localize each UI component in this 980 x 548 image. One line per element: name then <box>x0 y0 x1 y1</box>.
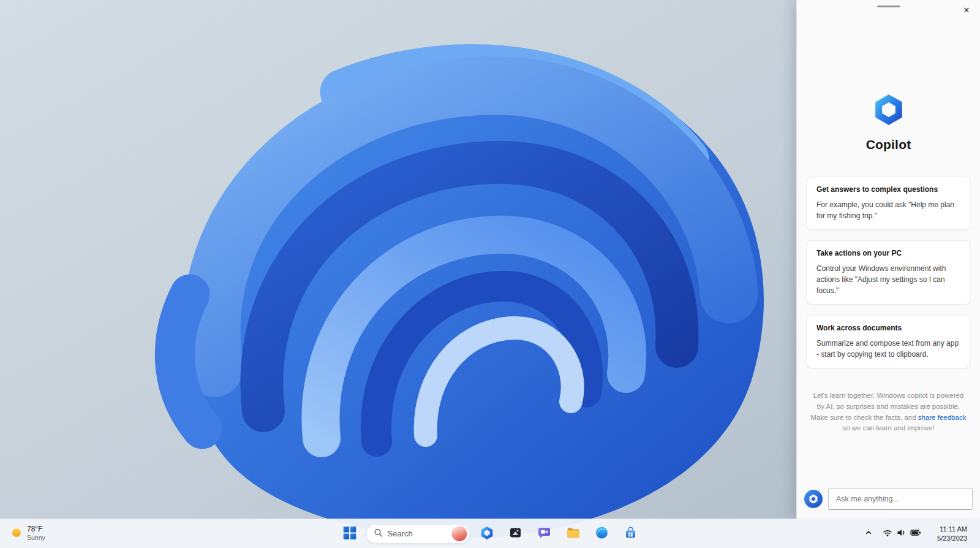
taskbar: 78°F Sunny <box>0 519 980 548</box>
edge-icon <box>595 526 609 541</box>
ask-input[interactable] <box>828 488 973 510</box>
copilot-badge-icon <box>804 490 823 508</box>
windows-logo-icon <box>343 527 356 541</box>
suggestion-cards: Get answers to complex questions For exa… <box>797 177 980 368</box>
volume-icon <box>897 528 906 539</box>
weather-widget[interactable]: 78°F Sunny <box>5 522 51 546</box>
taskbar-clock[interactable]: 11:11 AM 5/23/2023 <box>927 522 978 546</box>
search-box[interactable]: Search <box>366 524 470 544</box>
microsoft-store-icon <box>624 526 638 541</box>
card-complex-questions[interactable]: Get answers to complex questions For exa… <box>807 177 970 230</box>
file-explorer-icon <box>566 526 580 542</box>
close-icon[interactable]: ✕ <box>958 2 975 18</box>
clock-date: 5/23/2023 <box>937 534 967 542</box>
file-explorer-button[interactable] <box>561 522 586 546</box>
copilot-panel: ✕ Copilot Get answers to complex questio… <box>796 0 980 519</box>
card-body: Summarize and compose text from any app … <box>816 338 960 360</box>
weather-temp: 78°F <box>27 525 42 534</box>
copilot-title: Copilot <box>866 137 911 152</box>
share-feedback-link[interactable]: share feedback <box>918 414 967 421</box>
photos-icon <box>509 526 522 541</box>
card-body: For example, you could ask "Help me plan… <box>816 199 960 221</box>
card-take-actions[interactable]: Take actions on your PC Control your Win… <box>807 240 970 305</box>
card-title: Take actions on your PC <box>816 249 960 257</box>
search-highlight-image[interactable] <box>452 526 467 541</box>
tray-chevron-button[interactable] <box>860 522 877 546</box>
search-placeholder: Search <box>388 529 447 538</box>
photos-app-button[interactable] <box>503 522 528 546</box>
system-tray: 11:11 AM 5/23/2023 <box>860 519 978 548</box>
taskbar-center-group: Search <box>337 519 643 548</box>
microsoft-store-button[interactable] <box>619 522 643 546</box>
search-icon <box>374 528 383 539</box>
weather-condition: Sunny <box>27 534 45 542</box>
clock-time: 11:11 AM <box>940 525 967 533</box>
teams-chat-button[interactable] <box>532 522 557 546</box>
card-body: Control your Windows environment with ac… <box>816 263 960 296</box>
edge-browser-button[interactable] <box>590 522 614 546</box>
disclaimer-after: so we can learn and improve! <box>842 424 934 432</box>
battery-icon <box>910 529 921 538</box>
start-button[interactable] <box>337 522 362 546</box>
card-title: Work across documents <box>816 324 960 332</box>
copilot-icon <box>480 526 494 542</box>
disclaimer-text: Let's learn together. Windows copilot is… <box>797 390 980 434</box>
card-title: Get answers to complex questions <box>816 185 960 194</box>
copilot-logo-icon <box>872 93 905 129</box>
weather-sun-icon <box>11 527 22 540</box>
wifi-icon <box>883 528 892 539</box>
panel-drag-handle-icon[interactable] <box>877 6 900 7</box>
desktop-screen: ✕ Copilot Get answers to complex questio… <box>0 0 980 548</box>
network-volume-battery-button[interactable] <box>878 522 925 546</box>
ask-input-row <box>804 488 973 510</box>
copilot-taskbar-button[interactable] <box>475 522 499 546</box>
teams-chat-icon <box>538 526 551 541</box>
card-work-across-documents[interactable]: Work across documents Summarize and comp… <box>807 315 970 368</box>
chevron-up-icon <box>864 528 873 539</box>
